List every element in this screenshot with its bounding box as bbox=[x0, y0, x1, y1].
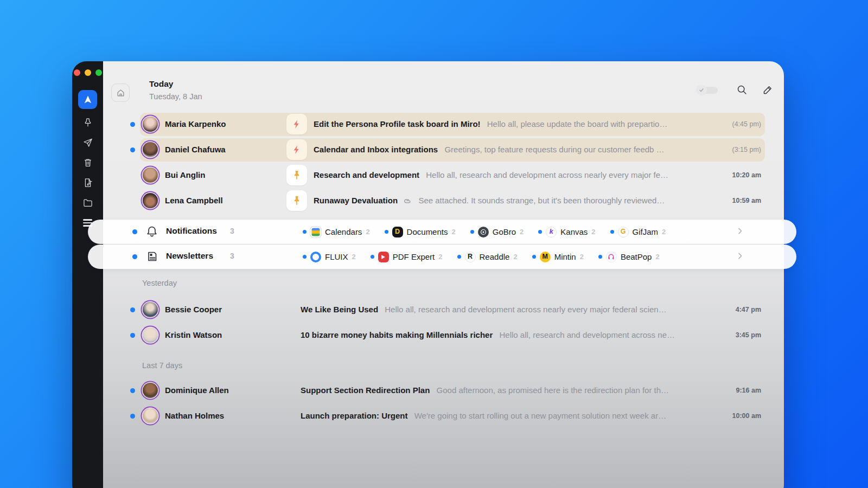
close-button[interactable] bbox=[74, 69, 80, 76]
page-title: Today bbox=[149, 79, 174, 89]
unread-dot bbox=[457, 255, 461, 259]
email-row[interactable]: Bessie Cooper We Like Being Used Hello a… bbox=[103, 298, 784, 322]
email-preview: See attached. It sounds strange, but it'… bbox=[418, 196, 665, 205]
pdf-expert-icon bbox=[378, 252, 389, 262]
sender-name: Nathan Holmes bbox=[165, 411, 282, 420]
readdle-icon: R bbox=[465, 252, 476, 262]
email-subject: We Like Being Used bbox=[301, 305, 378, 314]
group-count: 3 bbox=[230, 252, 234, 260]
mintin-icon: M bbox=[540, 252, 551, 262]
sidebar-item-trash[interactable] bbox=[81, 156, 94, 169]
page-date: Tuesday, 8 Jan bbox=[149, 92, 202, 101]
email-subject: Support Section Redirection Plan bbox=[301, 386, 430, 395]
email-time: 10:59 am bbox=[732, 197, 761, 204]
sidebar bbox=[72, 61, 103, 488]
email-subject: Launch preparation: Urgent bbox=[301, 411, 408, 420]
unread-dot bbox=[130, 414, 135, 419]
section-label-last7days: Last 7 days bbox=[142, 361, 182, 370]
compose-button[interactable] bbox=[761, 83, 774, 96]
app-chip-gobro[interactable]: GoBro 2 bbox=[470, 227, 524, 237]
email-row[interactable]: Lena Campbell Runaway Devaluation See at… bbox=[103, 189, 784, 213]
app-chip-readdle[interactable]: R Readdle 2 bbox=[457, 252, 518, 262]
priority-badge bbox=[286, 139, 307, 160]
sidebar-item-pinned[interactable] bbox=[81, 116, 94, 129]
sender-name: Bessie Cooper bbox=[165, 305, 282, 314]
group-label: Notifications bbox=[166, 226, 217, 236]
minimize-button[interactable] bbox=[85, 69, 91, 76]
email-time: 3:45 pm bbox=[736, 331, 761, 339]
email-time: 9:16 am bbox=[736, 387, 761, 394]
lightning-icon bbox=[291, 119, 302, 130]
avatar bbox=[143, 328, 158, 343]
send-icon bbox=[82, 137, 93, 148]
home-button[interactable] bbox=[111, 84, 130, 102]
expand-newsletters-button[interactable] bbox=[736, 252, 744, 262]
avatar bbox=[143, 142, 158, 157]
unread-dot bbox=[130, 122, 135, 127]
calendars-icon bbox=[310, 227, 321, 237]
trash-icon bbox=[82, 157, 93, 168]
group-count: 3 bbox=[230, 227, 234, 235]
search-button[interactable] bbox=[735, 83, 748, 96]
unread-dot bbox=[385, 230, 388, 234]
app-chip-mintin[interactable]: M Mintin 2 bbox=[532, 252, 584, 262]
priority-badge bbox=[286, 114, 307, 134]
paperclip-icon bbox=[403, 197, 412, 206]
app-chip-fluix[interactable]: FLUIX 2 bbox=[303, 252, 356, 262]
app-chip-documents[interactable]: D Documents 2 bbox=[385, 227, 456, 237]
email-time: (3:15 pm) bbox=[732, 146, 762, 153]
email-subject: Runaway Devaluation bbox=[314, 196, 398, 205]
email-row[interactable]: Dominique Allen Support Section Redirect… bbox=[103, 379, 784, 402]
sidebar-item-drafts[interactable] bbox=[81, 176, 94, 189]
pushpin-icon bbox=[291, 170, 302, 181]
folder-icon bbox=[82, 197, 93, 208]
avatar bbox=[143, 168, 158, 183]
check-icon bbox=[699, 87, 704, 93]
section-label-yesterday: Yesterday bbox=[142, 279, 177, 287]
unread-dot bbox=[130, 147, 135, 152]
email-row[interactable]: Maria Karpenko Edit the Persona Profile … bbox=[103, 113, 784, 136]
sidebar-item-sent[interactable] bbox=[81, 136, 94, 149]
avatar bbox=[143, 408, 158, 423]
sender-name: Lena Campbell bbox=[165, 196, 282, 205]
chevron-right-icon bbox=[736, 252, 744, 260]
avatar bbox=[143, 302, 158, 317]
email-row[interactable]: Nathan Holmes Launch preparation: Urgent… bbox=[103, 404, 784, 428]
expand-notifications-button[interactable] bbox=[736, 227, 744, 237]
kanvas-icon: k bbox=[546, 227, 557, 237]
email-time: 10:00 am bbox=[732, 412, 761, 420]
email-preview: Hello all, research and development acro… bbox=[385, 305, 666, 314]
zoom-button[interactable] bbox=[95, 69, 102, 76]
notification-apps: Calendars 2 D Documents 2 GoBro 2 k Ka bbox=[303, 220, 666, 244]
spark-logo[interactable] bbox=[78, 90, 97, 109]
gobro-icon bbox=[478, 227, 489, 237]
email-subject: Calendar and Inbox integrations bbox=[314, 145, 438, 154]
notifications-group-row[interactable]: Notifications 3 Calendars 2 D Documents … bbox=[88, 220, 796, 244]
app-chip-calendars[interactable]: Calendars 2 bbox=[303, 227, 370, 237]
email-row[interactable]: Kristin Watson 10 bizarre money habits m… bbox=[103, 324, 784, 347]
unread-dot bbox=[132, 254, 137, 259]
sidebar-item-folders[interactable] bbox=[81, 196, 94, 209]
email-subject: Edit the Persona Profile task board in M… bbox=[314, 119, 481, 129]
avatar bbox=[143, 193, 158, 208]
paper-plane-logo-icon bbox=[82, 94, 93, 105]
email-row[interactable]: Bui Anglin Research and development Hell… bbox=[103, 164, 784, 187]
read-filter-toggle[interactable] bbox=[696, 85, 719, 95]
app-chip-kanvas[interactable]: k Kanvas 2 bbox=[538, 227, 595, 237]
unread-dot bbox=[470, 230, 474, 234]
documents-icon: D bbox=[392, 227, 403, 237]
email-row[interactable]: Daniel Chafuwa Calendar and Inbox integr… bbox=[103, 138, 784, 162]
app-chip-pdf-expert[interactable]: PDF Expert 2 bbox=[371, 252, 443, 262]
unread-dot bbox=[598, 255, 602, 259]
draft-icon bbox=[82, 177, 93, 188]
unread-dot bbox=[130, 307, 135, 312]
pin-icon bbox=[82, 117, 93, 128]
app-chip-beatpop[interactable]: BeatPop 2 bbox=[598, 252, 660, 262]
mail-app-window: Today Tuesday, 8 Jan Maria Karp bbox=[72, 61, 784, 488]
search-icon bbox=[736, 84, 748, 95]
email-preview: Hello all, research and development acro… bbox=[426, 170, 668, 179]
gifjam-icon: G bbox=[618, 227, 629, 237]
newsletters-group-row[interactable]: Newsletters 3 FLUIX 2 PDF Expert 2 R Rea… bbox=[88, 245, 796, 269]
sender-name: Dominique Allen bbox=[165, 386, 282, 395]
app-chip-gifjam[interactable]: G GifJam 2 bbox=[610, 227, 666, 237]
